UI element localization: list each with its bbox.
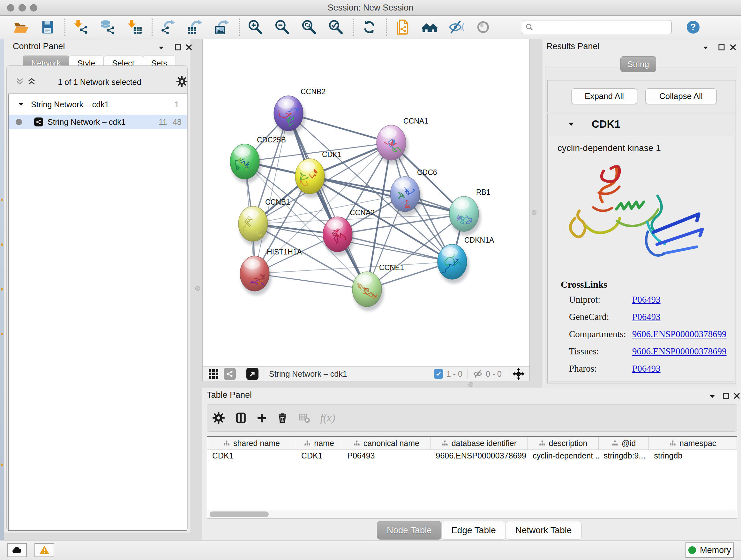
float-panel-icon[interactable] [722,392,730,400]
network-node[interactable]: CCNB1 [239,198,290,246]
network-edge[interactable] [288,113,367,289]
grid-view-icon[interactable] [208,368,219,380]
close-panel-icon[interactable] [729,44,737,51]
column-header[interactable]: @id [599,437,649,449]
zoom-fit-icon[interactable] [301,19,317,35]
search-field[interactable] [534,22,663,32]
network-edge[interactable] [338,234,452,262]
memory-button[interactable]: Memory [685,543,734,558]
right-splitter-handle[interactable] [532,210,536,215]
network-node[interactable]: CDKN1A [437,236,494,284]
collection-expander-icon[interactable] [17,101,24,108]
export-table-icon[interactable] [187,19,203,35]
close-panel-icon[interactable] [185,44,193,51]
crosslink-link[interactable]: P06493 [632,294,661,305]
export-network-icon[interactable] [160,19,176,35]
clear-table-icon[interactable] [298,412,311,424]
search-input[interactable] [522,20,672,34]
close-window-icon[interactable] [7,4,14,11]
save-session-icon[interactable] [40,19,56,35]
table-row[interactable]: CDK1CDK1P064939606.ENSP00000378699cyclin… [207,450,737,462]
column-header[interactable]: namespac [649,437,737,449]
crosslink-link[interactable]: P06493 [632,363,661,374]
column-header[interactable]: shared name [207,437,296,449]
help-icon[interactable]: ? [686,20,700,35]
crosslink-link[interactable]: P06493 [632,312,661,322]
node-result-header[interactable]: CDK1 [548,113,736,135]
cloud-status-button[interactable] [7,543,27,557]
table-cell[interactable]: CDK1 [296,450,342,462]
detach-view-icon[interactable] [246,368,259,380]
panel-menu-icon[interactable] [702,44,709,51]
table-cell[interactable]: stringdb [649,450,737,462]
zoom-selected-icon[interactable] [328,19,344,35]
network-canvas[interactable]: CCNB2CCNA1CDC25BCDK1CDC6RB1CCNB1CCNA2CDK… [203,39,529,366]
column-header[interactable]: name [296,437,342,449]
network-node[interactable]: RB1 [449,188,490,236]
warnings-button[interactable] [35,543,54,557]
network-node[interactable]: CDC25B [230,136,286,183]
zoom-in-icon[interactable] [247,19,263,35]
status-bar: Memory [0,540,741,560]
crosslink-link[interactable]: 9606.ENSP00000378699 [632,346,727,357]
network-node[interactable]: CDC6 [390,168,437,216]
network-node[interactable]: CCNA1 [377,117,428,165]
string-document-icon[interactable] [395,19,411,35]
expand-all-networks-icon[interactable] [27,77,37,86]
network-collection-row[interactable]: String Network – cdk1 1 [9,94,187,115]
collapse-all-networks-icon[interactable] [15,77,24,86]
close-panel-icon[interactable] [733,392,741,400]
minimize-window-icon[interactable] [18,4,26,11]
hide-eye-icon[interactable] [448,19,464,35]
tab-edge-table[interactable]: Edge Table [441,521,506,540]
float-panel-icon[interactable] [718,43,726,51]
table-cell[interactable]: P06493 [342,450,430,462]
network-overview-icon[interactable] [224,368,236,380]
selected-checkbox-icon[interactable] [434,369,443,379]
scrollbar-thumb[interactable] [210,511,269,517]
table-cell[interactable]: CDK1 [207,450,296,462]
import-network-file-icon[interactable] [73,19,89,35]
gear-icon[interactable] [212,412,225,424]
network-row-selected[interactable]: String Network – cdk1 11 48 [9,115,187,129]
function-icon[interactable]: f(x) [320,412,335,424]
zoom-out-icon[interactable] [274,19,290,35]
tab-node-table[interactable]: Node Table [377,521,442,540]
column-header[interactable]: canonical name [342,437,430,449]
control-panel-title: Control Panel [13,42,65,51]
network-node[interactable]: CCNB2 [274,87,326,135]
table-cell[interactable]: cyclin-dependent ... [528,450,598,462]
add-icon[interactable]: + [257,412,266,424]
float-panel-icon[interactable] [174,43,182,51]
network-graph[interactable]: CCNB2CCNA1CDC25BCDK1CDC6RB1CCNB1CCNA2CDK… [203,39,529,366]
panel-menu-icon[interactable] [158,44,165,51]
bottom-splitter-handle[interactable] [468,382,473,387]
column-header[interactable]: database identifier [431,437,528,449]
collapse-all-button[interactable]: Collapse All [645,88,717,104]
crosslink-link[interactable]: 9606.ENSP00000378699 [632,329,727,339]
network-node[interactable]: CCNE1 [352,263,404,311]
column-header[interactable]: description [528,437,598,449]
panel-menu-icon[interactable] [709,393,716,400]
network-options-gear-icon[interactable] [176,76,188,87]
hidden-eye-icon[interactable] [473,369,482,379]
show-eye-icon[interactable] [475,19,491,35]
left-splitter-handle[interactable] [195,286,200,291]
horizontal-scrollbar[interactable] [207,510,737,518]
export-image-icon[interactable] [214,19,230,35]
import-network-database-icon[interactable] [100,19,116,35]
table-cell[interactable]: 9606.ENSP00000378699 [431,450,528,462]
open-session-icon[interactable] [13,19,29,35]
tab-network-table[interactable]: Network Table [506,521,582,540]
delete-icon[interactable] [276,412,289,424]
zoom-window-icon[interactable] [30,4,37,11]
table-cell[interactable]: stringdb:9... [599,450,649,462]
birdseye-navigator-icon[interactable] [512,368,525,380]
home-networks-icon[interactable] [421,19,437,35]
tab-string-results[interactable]: String [620,56,656,72]
refresh-icon[interactable] [361,19,377,35]
collapse-entry-icon[interactable] [567,120,575,128]
columns-icon[interactable] [234,412,247,424]
expand-all-button[interactable]: Expand All [571,88,637,104]
import-table-file-icon[interactable] [127,19,143,35]
